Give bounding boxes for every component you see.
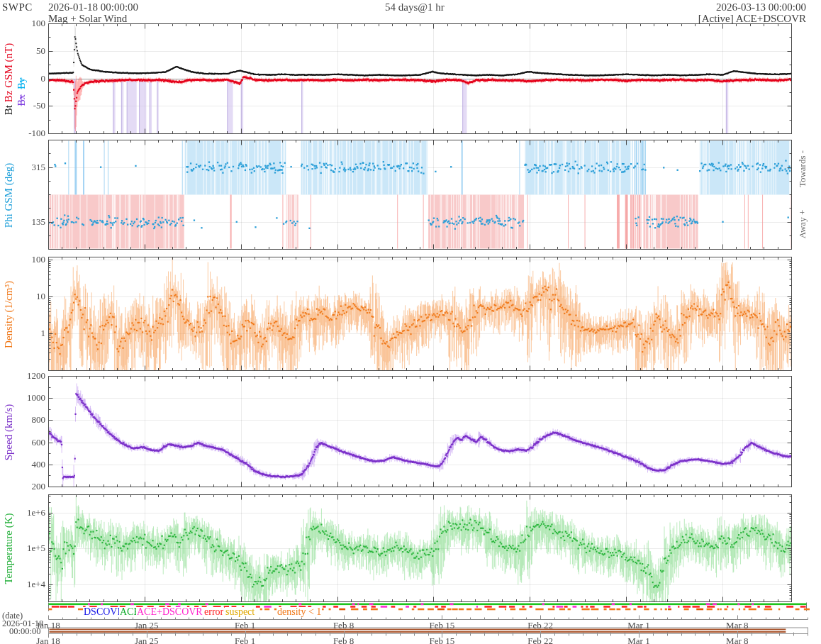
duration-label: 54 days@1 hr xyxy=(385,1,445,13)
date-label-row1: Feb 15 xyxy=(410,620,474,631)
date-label-row2: Jan 18 xyxy=(16,635,80,644)
y-tick-label-speed: 200 xyxy=(7,481,45,492)
date-label-row2: Mar 1 xyxy=(607,635,671,644)
date-label-row2: Feb 1 xyxy=(213,635,277,644)
y-tick-label-density: 100 xyxy=(7,254,45,265)
start-datetime: 2026-01-18 00:00:00 xyxy=(48,1,138,13)
legend-item-suspect[interactable]: suspect xyxy=(225,607,255,616)
legend-item-density-1[interactable]: density < 1 xyxy=(277,607,322,616)
date-label-row2: Mar 8 xyxy=(705,635,769,644)
legend-item-ace-dscovr[interactable]: ACE+DSCOVR xyxy=(136,607,203,616)
y-tick-label-mag: -100 xyxy=(7,128,45,139)
y-tick-label-density: 10 xyxy=(7,291,45,302)
y-tick-label-density: 1 xyxy=(7,328,45,339)
y-tick-label-speed: 600 xyxy=(7,437,45,448)
date-label-row2: Feb 8 xyxy=(312,635,376,644)
date-label-row2: Feb 15 xyxy=(410,635,474,644)
y-tick-label-speed: 400 xyxy=(7,459,45,470)
y-tick-label-mag: 100 xyxy=(7,18,45,29)
date-label-row1: Jan 25 xyxy=(115,620,179,631)
y-tick-label-mag: 0 xyxy=(7,73,45,84)
y-tick-label-temperature: 1e+4 xyxy=(7,579,45,590)
towards-sector-label: Towards - xyxy=(797,140,808,197)
y-tick-label-phi: 315 xyxy=(7,162,45,173)
swpc-plot-window: { "header": { "app": "SWPC", "start": "2… xyxy=(0,0,821,644)
y-tick-label-temperature: 1e+6 xyxy=(7,507,45,518)
date-label-row1: Mar 1 xyxy=(607,620,671,631)
y-tick-label-temperature: 1e+5 xyxy=(7,543,45,554)
legend-item-error[interactable]: error xyxy=(203,607,224,616)
plot-canvas[interactable] xyxy=(0,0,821,644)
date-label-row2: Feb 22 xyxy=(508,635,572,644)
y-tick-label-mag: 50 xyxy=(7,45,45,57)
y-tick-label-phi: 135 xyxy=(7,216,45,228)
date-label-row1: Feb 8 xyxy=(312,620,376,631)
date-label-row1: Feb 1 xyxy=(213,620,277,631)
legend-item-dscovr[interactable]: DSCOVR xyxy=(83,607,125,616)
date-label-row1: Mar 8 xyxy=(705,620,769,631)
y-tick-label-speed: 1000 xyxy=(7,392,45,404)
app-logo: SWPC xyxy=(2,1,33,13)
y-tick-label-mag: -50 xyxy=(7,100,45,111)
date-label-row1: Feb 22 xyxy=(508,620,572,631)
y-axis-title-density: Density (1/cm³) xyxy=(3,272,15,357)
date-label-row1: Jan 18 xyxy=(16,620,80,631)
date-label-row2: Jan 25 xyxy=(115,635,179,644)
plot-mode-title: Mag + Solar Wind xyxy=(48,13,127,25)
y-tick-label-speed: 1200 xyxy=(7,370,45,382)
source-status: [Active] ACE+DSCOVR xyxy=(698,13,806,25)
end-datetime: 2026-03-13 00:00:00 xyxy=(716,1,806,13)
away-sector-label: Away + xyxy=(797,199,808,249)
y-tick-label-speed: 800 xyxy=(7,414,45,426)
